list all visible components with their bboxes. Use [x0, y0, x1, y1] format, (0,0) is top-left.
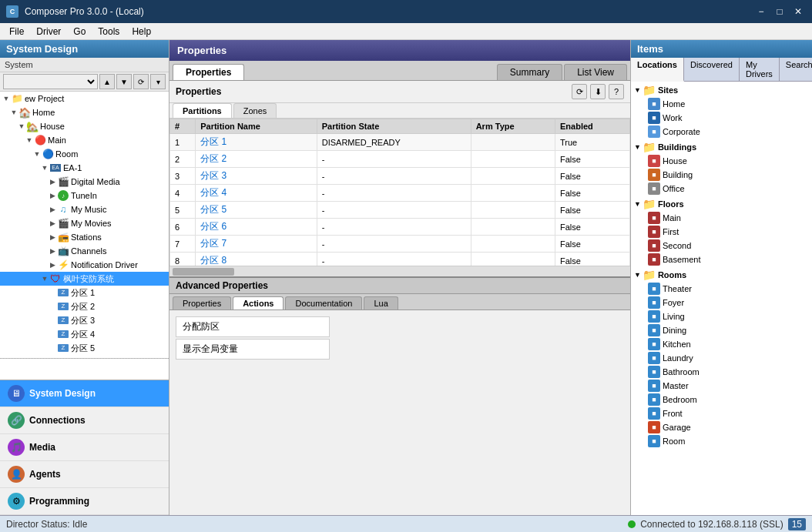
- list-item[interactable]: ■First: [632, 225, 810, 239]
- tree-item-ea1[interactable]: ▼EAEA-1: [0, 161, 169, 175]
- tree-item-zone1[interactable]: Z分区 1: [0, 286, 169, 299]
- tab-locations[interactable]: Locations: [631, 58, 684, 82]
- menu-tools[interactable]: Tools: [92, 25, 126, 38]
- app-title: Composer Pro 3.0.0 - (Local): [25, 6, 747, 17]
- section-header-sites[interactable]: ▼📁Sites: [632, 83, 810, 97]
- list-item[interactable]: ■Front: [632, 407, 810, 420]
- help-button[interactable]: ?: [609, 84, 624, 99]
- menu-help[interactable]: Help: [126, 25, 157, 38]
- action-item[interactable]: 分配防区: [176, 316, 330, 337]
- table-row[interactable]: 2分区 2-False: [170, 151, 630, 168]
- system-dropdown[interactable]: [3, 74, 98, 89]
- list-item[interactable]: ■Living: [632, 309, 810, 323]
- tree-item-my-movies[interactable]: ▶🎬My Movies: [0, 216, 169, 230]
- nav-item-media[interactable]: 🎵Media: [0, 434, 169, 461]
- tree-item-home[interactable]: ▼🏠Home: [0, 105, 169, 119]
- list-item[interactable]: ■Main: [632, 211, 810, 225]
- tree-item-zone2[interactable]: Z分区 2: [0, 299, 169, 313]
- list-item[interactable]: ■Kitchen: [632, 337, 810, 351]
- tree-item-zone5-partial[interactable]: Z分区 5: [0, 341, 169, 355]
- menu-file[interactable]: File: [3, 25, 30, 38]
- tab-list-view[interactable]: List View: [564, 64, 627, 80]
- connection-info: Connected to 192.168.8.118 (SSL): [640, 519, 783, 530]
- table-row[interactable]: 4分区 4-False: [170, 185, 630, 202]
- table-row[interactable]: 7分区 7-False: [170, 236, 630, 253]
- table-row[interactable]: 3分区 3-False: [170, 168, 630, 185]
- ea-icon: EA: [49, 162, 62, 174]
- list-item[interactable]: ■Office: [632, 182, 810, 196]
- list-item[interactable]: ■Master: [632, 379, 810, 393]
- nav-item-system-design[interactable]: 🖥System Design: [0, 380, 169, 407]
- list-item[interactable]: ■Foyer: [632, 296, 810, 309]
- list-item[interactable]: ■Basement: [632, 253, 810, 266]
- download-button[interactable]: ⬇: [590, 84, 606, 99]
- refresh-button[interactable]: ⟳: [133, 74, 149, 89]
- tree-item-notif-driver[interactable]: ▶⚡Notification Driver: [0, 258, 169, 272]
- tab-zones[interactable]: Zones: [233, 103, 277, 118]
- tab-search[interactable]: Search: [780, 58, 812, 81]
- section-header-floors[interactable]: ▼📁Floors: [632, 197, 810, 211]
- minimize-button[interactable]: −: [753, 5, 769, 18]
- tree-item-digital-media[interactable]: ▶🎬Digital Media: [0, 175, 169, 189]
- col-partition-state: Partition State: [317, 119, 471, 134]
- table-row[interactable]: 5分区 5-False: [170, 202, 630, 219]
- tab-properties[interactable]: Properties: [173, 64, 244, 80]
- list-item[interactable]: ■Bathroom: [632, 365, 810, 379]
- tree-item-ew-project[interactable]: ▼📁ew Project: [0, 92, 169, 105]
- list-item[interactable]: ■Room: [632, 434, 810, 448]
- tree-item-stations[interactable]: ▶📻Stations: [0, 230, 169, 244]
- items-section-buildings: ▼📁Buildings■House■Building■Office: [632, 140, 810, 196]
- list-item[interactable]: ■House: [632, 154, 810, 168]
- up-button[interactable]: ▲: [99, 74, 115, 89]
- table-row[interactable]: 6分区 6-False: [170, 219, 630, 236]
- down-button[interactable]: ▼: [116, 74, 132, 89]
- tab-summary[interactable]: Summary: [497, 64, 562, 80]
- tree-item-my-music[interactable]: ▶♫My Music: [0, 202, 169, 216]
- adv-tab-lua[interactable]: Lua: [364, 296, 398, 309]
- items-section-sites: ▼📁Sites■Home■Work■Corporate: [632, 83, 810, 139]
- section-header-buildings[interactable]: ▼📁Buildings: [632, 140, 810, 154]
- list-item[interactable]: ■Work: [632, 111, 810, 125]
- table-row[interactable]: 1分区 1DISARMED_READYTrue: [170, 134, 630, 151]
- advanced-tabs: Properties Actions Documentation Lua: [169, 294, 630, 310]
- menu-driver[interactable]: Driver: [30, 25, 67, 38]
- nav-item-connections[interactable]: 🔗Connections: [0, 407, 169, 434]
- list-item[interactable]: ■Home: [632, 97, 810, 111]
- refresh-props-button[interactable]: ⟳: [572, 84, 587, 99]
- tree-item-room[interactable]: ▼🔵Room: [0, 147, 169, 161]
- section-header-rooms[interactable]: ▼📁Rooms: [632, 268, 810, 282]
- kitchen-icon: ■: [648, 338, 660, 350]
- filter-button[interactable]: ▾: [150, 74, 166, 89]
- action-item[interactable]: 显示全局变量: [176, 339, 330, 360]
- list-item[interactable]: ■Building: [632, 168, 810, 182]
- list-item[interactable]: ■Theater: [632, 282, 810, 296]
- table-row[interactable]: 8分区 8-False: [170, 253, 630, 266]
- tab-discovered[interactable]: Discovered: [684, 58, 740, 81]
- list-item[interactable]: ■Corporate: [632, 125, 810, 139]
- h-scrollbar[interactable]: [169, 266, 630, 276]
- tree-item-zone4[interactable]: Z分区 4: [0, 327, 169, 341]
- close-button[interactable]: ✕: [790, 5, 806, 18]
- list-item[interactable]: ■Laundry: [632, 351, 810, 365]
- nav-item-programming[interactable]: ⚙Programming: [0, 488, 169, 515]
- adv-tab-properties[interactable]: Properties: [173, 296, 231, 309]
- list-item[interactable]: ■Second: [632, 239, 810, 253]
- menu-go[interactable]: Go: [67, 25, 92, 38]
- tree-item-alarm-system[interactable]: ▼🛡枫叶安防系统: [0, 272, 169, 286]
- list-item[interactable]: ■Bedroom: [632, 393, 810, 407]
- tree-item-house[interactable]: ▼🏡House: [0, 119, 169, 133]
- tree-item-channels[interactable]: ▶📺Channels: [0, 244, 169, 258]
- tab-my-drivers[interactable]: My Drivers: [740, 58, 780, 81]
- tree-item-main[interactable]: ▼🔴Main: [0, 133, 169, 147]
- list-item[interactable]: ■Garage: [632, 420, 810, 434]
- adv-tab-documentation[interactable]: Documentation: [285, 296, 362, 309]
- garage-icon: ■: [648, 421, 660, 433]
- tab-partitions[interactable]: Partitions: [173, 103, 232, 118]
- agents-icon: 👤: [8, 466, 25, 483]
- maximize-button[interactable]: □: [772, 5, 787, 18]
- list-item[interactable]: ■Dining: [632, 323, 810, 337]
- tree-item-zone3[interactable]: Z分区 3: [0, 313, 169, 327]
- adv-tab-actions[interactable]: Actions: [233, 296, 284, 309]
- nav-item-agents[interactable]: 👤Agents: [0, 461, 169, 488]
- tree-item-tunein[interactable]: ▶♪TuneIn: [0, 189, 169, 202]
